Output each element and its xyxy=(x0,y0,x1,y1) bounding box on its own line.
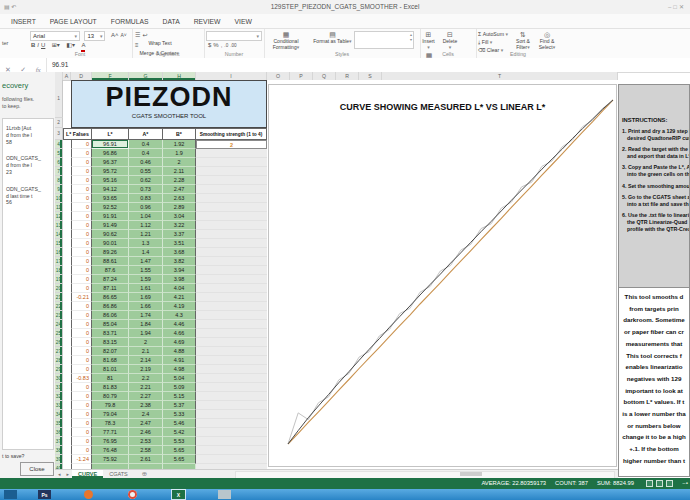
page-layout-view-icon[interactable] xyxy=(656,480,663,487)
cell-b[interactable]: 1.9 xyxy=(163,149,196,158)
cell-l[interactable]: 75.92 xyxy=(92,455,129,464)
cell-a[interactable]: 2.38 xyxy=(129,401,163,410)
cell-l-false[interactable]: 0 xyxy=(71,320,92,329)
column-header-O[interactable]: O xyxy=(267,72,290,80)
cell-l[interactable]: 76.95 xyxy=(92,437,129,446)
cell-l[interactable]: 91.91 xyxy=(92,212,129,221)
fill-color-icon[interactable]: ◧▾ xyxy=(66,41,75,50)
cell-l[interactable]: 90.62 xyxy=(92,230,129,239)
cell-l-false[interactable]: 0 xyxy=(71,149,92,158)
cell-l[interactable]: 96.37 xyxy=(92,158,129,167)
row-header-13[interactable]: 13 xyxy=(55,221,63,230)
cell-empty[interactable] xyxy=(196,203,267,212)
cell-empty[interactable] xyxy=(196,401,267,410)
cell-a[interactable]: 2.14 xyxy=(129,356,163,365)
cell-l-false[interactable]: 0 xyxy=(71,356,92,365)
insert-cells-button[interactable]: ⊞Insert▾ xyxy=(420,29,437,50)
cell-l-false[interactable]: 0 xyxy=(71,446,92,455)
cell-empty[interactable] xyxy=(196,221,267,230)
cell-a[interactable]: 2 xyxy=(129,338,163,347)
cell-b[interactable]: 5.65 xyxy=(163,455,196,464)
add-sheet-icon[interactable]: ⊕ xyxy=(142,470,147,478)
cell-l-false[interactable]: -0.83 xyxy=(71,374,92,383)
cell-a[interactable]: 2.61 xyxy=(129,455,163,464)
row-header-37[interactable]: 37 xyxy=(55,437,63,446)
recovery-close-button[interactable]: Close xyxy=(20,462,54,476)
cell-a[interactable]: 2.58 xyxy=(129,446,163,455)
zoom-slider[interactable]: −▪ xyxy=(682,478,688,489)
cell-l[interactable]: 87.24 xyxy=(92,275,129,284)
cell-a[interactable]: 1.12 xyxy=(129,221,163,230)
row-header-10[interactable]: 10 xyxy=(55,194,63,203)
cell-empty[interactable] xyxy=(196,194,267,203)
cell-a[interactable]: 1.04 xyxy=(129,212,163,221)
next-sheet-icon[interactable]: ▸ xyxy=(67,471,70,477)
cell-b[interactable]: 4.21 xyxy=(163,293,196,302)
cell-l[interactable]: 81.68 xyxy=(92,356,129,365)
cell-b[interactable]: 4.04 xyxy=(163,284,196,293)
row-header-1[interactable]: 1 xyxy=(55,80,63,118)
cell-empty[interactable] xyxy=(196,428,267,437)
row-header-12[interactable]: 12 xyxy=(55,212,63,221)
cell-a[interactable]: 2.53 xyxy=(129,437,163,446)
row-header-33[interactable]: 33 xyxy=(55,401,63,410)
cell-b[interactable]: 2.89 xyxy=(163,203,196,212)
cell-a[interactable]: 2.1 xyxy=(129,347,163,356)
row-header-11[interactable]: 11 xyxy=(55,203,63,212)
row-header-31[interactable]: 31 xyxy=(55,383,63,392)
cell-l[interactable]: 81 xyxy=(92,374,129,383)
cell-l-false[interactable]: 0 xyxy=(71,176,92,185)
row-header-7[interactable]: 7 xyxy=(55,167,63,176)
cell-l-false[interactable]: 0 xyxy=(71,329,92,338)
cell-b[interactable]: 5.46 xyxy=(163,419,196,428)
cell-l-false[interactable]: 0 xyxy=(71,401,92,410)
cell-empty[interactable] xyxy=(196,176,267,185)
cell-l[interactable]: 82.07 xyxy=(92,347,129,356)
italic-button[interactable]: I xyxy=(37,41,39,50)
comma-icon[interactable]: , xyxy=(221,41,223,50)
cell-l[interactable]: 81.83 xyxy=(92,383,129,392)
cell-a[interactable]: 1.21 xyxy=(129,230,163,239)
cell-empty[interactable] xyxy=(196,239,267,248)
cell-a[interactable]: 0.4 xyxy=(129,140,163,149)
cell-l[interactable]: 76.48 xyxy=(92,446,129,455)
row-header-8[interactable]: 8 xyxy=(55,176,63,185)
cell-l-false[interactable]: 0 xyxy=(71,266,92,275)
cell-l-false[interactable]: 0 xyxy=(71,239,92,248)
cell-l[interactable]: 95.16 xyxy=(92,176,129,185)
select-all-corner[interactable] xyxy=(55,72,63,80)
row-header-9[interactable]: 9 xyxy=(55,185,63,194)
format-painter-fragment[interactable]: ter xyxy=(2,40,8,46)
column-header-S[interactable]: S xyxy=(359,72,382,80)
row-header-30[interactable]: 30 xyxy=(55,374,63,383)
cell-l-false[interactable]: 0 xyxy=(71,221,92,230)
cell-a[interactable]: 1.94 xyxy=(129,329,163,338)
cell-b[interactable]: 4.69 xyxy=(163,338,196,347)
cell-l-false[interactable]: 0 xyxy=(71,365,92,374)
cell-l[interactable]: 83.71 xyxy=(92,329,129,338)
cell-l[interactable]: 86.86 xyxy=(92,302,129,311)
row-header-19[interactable]: 19 xyxy=(55,275,63,284)
percent-icon[interactable]: % xyxy=(213,41,218,50)
cell-l[interactable]: 91.49 xyxy=(92,221,129,230)
currency-icon[interactable]: $ xyxy=(208,41,211,50)
formula-input[interactable]: 96.91 xyxy=(46,58,68,72)
cell-l[interactable]: 86.65 xyxy=(92,293,129,302)
column-header-Q[interactable]: Q xyxy=(313,72,336,80)
cell-b[interactable]: 2 xyxy=(163,158,196,167)
smoothing-value-cell[interactable]: 2 xyxy=(196,140,267,149)
close-window-icon[interactable]: ✕ xyxy=(679,4,686,10)
cell-l-false[interactable]: 0 xyxy=(71,419,92,428)
cell-empty[interactable] xyxy=(196,158,267,167)
cell-a[interactable]: 2.27 xyxy=(129,392,163,401)
cell-b[interactable]: 3.51 xyxy=(163,239,196,248)
cell-l-false[interactable]: 0 xyxy=(71,284,92,293)
ribbon-tab-page-layout[interactable]: PAGE LAYOUT xyxy=(43,14,104,28)
number-format-select[interactable]: ▾ xyxy=(206,31,262,41)
conditional-formatting-button[interactable]: ▦Conditional Formatting▾ xyxy=(264,29,308,50)
row-header-28[interactable]: 28 xyxy=(55,356,63,365)
font-name-select[interactable]: Arial▾ xyxy=(30,31,80,41)
cell-l[interactable]: 83.15 xyxy=(92,338,129,347)
cell-empty[interactable] xyxy=(196,320,267,329)
cell-a[interactable]: 2.19 xyxy=(129,365,163,374)
